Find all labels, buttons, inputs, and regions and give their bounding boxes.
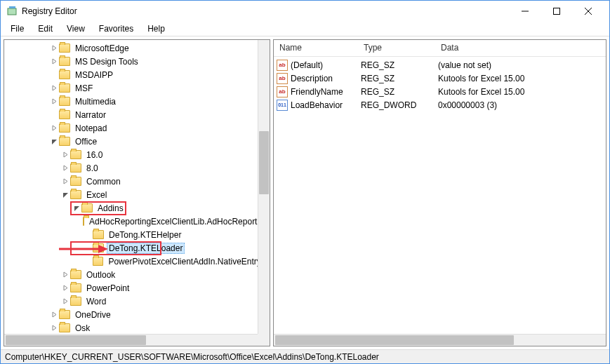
chevron-down-icon[interactable] — [49, 137, 59, 147]
close-button[interactable] — [572, 1, 604, 22]
string-value-icon: ab — [277, 86, 288, 97]
column-data[interactable]: Data — [435, 40, 606, 56]
tree-item[interactable]: Excel — [4, 188, 270, 201]
menu-help[interactable]: Help — [142, 22, 171, 35]
chevron-down-icon[interactable] — [72, 203, 81, 213]
tree-item[interactable]: MS Design Tools — [4, 55, 270, 68]
tree-label[interactable]: MicrosoftEdge — [73, 43, 131, 54]
folder-icon — [93, 257, 104, 266]
minimize-button[interactable] — [509, 1, 541, 22]
tree-item[interactable]: Office — [4, 135, 270, 148]
tree-horizontal-scrollbar[interactable] — [4, 334, 258, 346]
folder-icon — [70, 297, 81, 306]
tree-item[interactable]: 16.0 — [4, 148, 270, 161]
string-value-icon: ab — [277, 60, 288, 71]
chevron-right-icon[interactable] — [49, 57, 59, 67]
tree-vertical-scrollbar[interactable] — [258, 40, 270, 346]
tree-label[interactable]: Word — [84, 296, 108, 307]
tree-item[interactable]: MSDAIPP — [4, 68, 270, 81]
tree-item[interactable]: PowerPoint — [4, 281, 270, 295]
tree-label[interactable]: DeTong.KTELoader — [107, 243, 185, 254]
tree-item[interactable]: Addins — [4, 201, 270, 215]
chevron-right-icon[interactable] — [60, 270, 70, 280]
expander-empty — [49, 110, 59, 120]
tree-label[interactable]: MSF — [73, 83, 95, 94]
expander-empty — [83, 230, 93, 240]
tree-label[interactable]: PowerPoint — [84, 283, 131, 294]
list-row[interactable]: abDescriptionREG_SZKutools for Excel 15.… — [274, 72, 606, 85]
tree-item[interactable]: Outlook — [4, 268, 270, 281]
expander-empty — [83, 243, 93, 253]
tree-label[interactable]: MSDAIPP — [73, 69, 115, 81]
registry-tree[interactable]: MicrosoftEdgeMS Design ToolsMSDAIPPMSFMu… — [4, 40, 270, 346]
folder-icon — [70, 150, 81, 159]
tree-item[interactable]: Multimedia — [4, 95, 270, 108]
chevron-right-icon[interactable] — [49, 310, 59, 320]
chevron-right-icon[interactable] — [60, 283, 70, 293]
tree-label[interactable]: PowerPivotExcelClientAddIn.NativeEntry.1 — [106, 256, 270, 267]
chevron-right-icon[interactable] — [49, 43, 59, 53]
chevron-right-icon[interactable] — [60, 177, 70, 187]
tree-label[interactable]: Addins — [95, 203, 126, 214]
chevron-right-icon[interactable] — [49, 323, 59, 333]
tree-item[interactable]: DeTong.KTELoader — [4, 241, 270, 255]
menu-favorites[interactable]: Favorites — [93, 22, 139, 35]
chevron-right-icon[interactable] — [49, 123, 59, 133]
titlebar: Registry Editor — [1, 1, 609, 22]
tree-label[interactable]: DeTong.KTEHelper — [107, 229, 183, 241]
list-row[interactable]: 011LoadBehaviorREG_DWORD0x00000003 (3) — [274, 98, 606, 112]
column-type[interactable]: Type — [358, 40, 435, 56]
tree-label[interactable]: Narrator — [73, 109, 108, 121]
chevron-right-icon[interactable] — [60, 163, 70, 173]
tree-label[interactable]: Osk — [73, 323, 92, 334]
tree-label[interactable]: 8.0 — [84, 163, 100, 174]
list-row[interactable]: ab(Default)REG_SZ(value not set) — [274, 58, 606, 72]
tree-item[interactable]: Osk — [4, 321, 270, 335]
tree-item[interactable]: MicrosoftEdge — [4, 41, 270, 55]
folder-icon — [59, 123, 70, 133]
statusbar: Computer\HKEY_CURRENT_USER\SOFTWARE\Micr… — [1, 349, 609, 363]
folder-icon — [70, 163, 81, 173]
tree-label[interactable]: Notepad — [73, 123, 109, 134]
tree-item[interactable]: Narrator — [4, 108, 270, 121]
tree-item[interactable]: Word — [4, 295, 270, 308]
tree-item[interactable]: MSF — [4, 81, 270, 95]
chevron-down-icon[interactable] — [60, 190, 70, 200]
folder-icon — [70, 283, 81, 292]
value-name: (Default) — [291, 60, 361, 70]
chevron-right-icon[interactable] — [49, 83, 59, 93]
tree-label[interactable]: OneDrive — [73, 309, 113, 321]
list-header: Name Type Data — [274, 40, 606, 57]
menu-view[interactable]: View — [61, 22, 91, 35]
chevron-right-icon[interactable] — [60, 297, 70, 306]
tree-item[interactable]: AdHocReportingExcelClientLib.AdHocReport… — [4, 215, 270, 228]
value-type: REG_SZ — [361, 60, 438, 70]
tree-item[interactable]: PowerPivotExcelClientAddIn.NativeEntry.1 — [4, 255, 270, 268]
menu-file[interactable]: File — [5, 22, 29, 35]
value-data: 0x00000003 (3) — [438, 100, 606, 110]
folder-icon — [59, 57, 70, 66]
window-title: Registry Editor — [22, 6, 509, 16]
tree-item[interactable]: 8.0 — [4, 161, 270, 175]
maximize-button[interactable] — [541, 1, 572, 22]
value-list[interactable]: ab(Default)REG_SZ(value not set)abDescri… — [274, 57, 606, 113]
tree-label[interactable]: Excel — [84, 189, 109, 201]
tree-label[interactable]: MS Design Tools — [73, 56, 140, 67]
menubar: File Edit View Favorites Help — [1, 22, 609, 36]
tree-item[interactable]: Common — [4, 175, 270, 188]
tree-label[interactable]: 16.0 — [84, 149, 105, 161]
list-row[interactable]: abFriendlyNameREG_SZKutools for Excel 15… — [274, 85, 606, 98]
tree-item[interactable]: DeTong.KTEHelper — [4, 228, 270, 241]
tree-item[interactable]: Notepad — [4, 121, 270, 135]
chevron-right-icon[interactable] — [60, 150, 70, 160]
chevron-right-icon[interactable] — [49, 97, 59, 107]
tree-label[interactable]: Multimedia — [73, 96, 118, 107]
list-horizontal-scrollbar[interactable] — [274, 334, 606, 346]
tree-label[interactable]: Office — [73, 136, 99, 147]
tree-label[interactable]: Outlook — [84, 269, 117, 281]
tree-label[interactable]: AdHocReportingExcelClientLib.AdHocReport… — [87, 216, 270, 227]
tree-item[interactable]: OneDrive — [4, 308, 270, 321]
menu-edit[interactable]: Edit — [32, 22, 58, 35]
tree-label[interactable]: Common — [84, 176, 123, 187]
column-name[interactable]: Name — [274, 40, 358, 56]
